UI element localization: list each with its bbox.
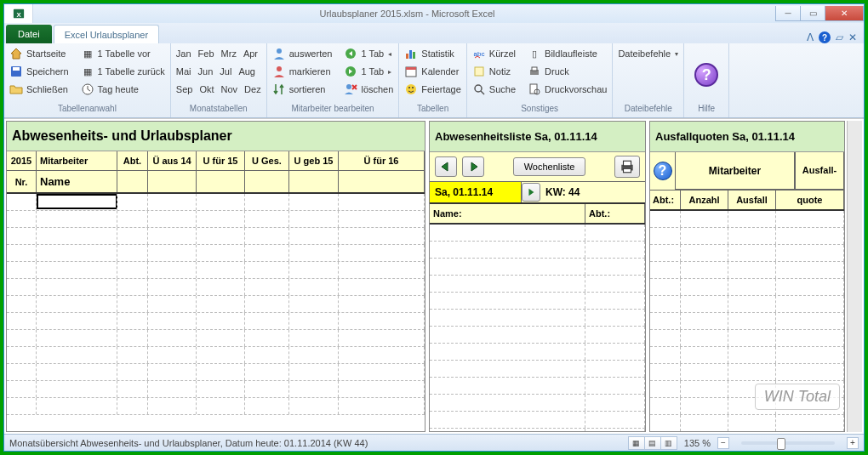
svg-rect-10	[406, 54, 408, 59]
notiz-button[interactable]: Notiz	[472, 64, 516, 79]
view-pagebreak-button[interactable]: ▥	[660, 436, 677, 450]
month-aug[interactable]: Aug	[238, 66, 255, 77]
month-mai[interactable]: Mai	[176, 66, 191, 77]
auswerten-button[interactable]: auswerten	[272, 46, 333, 61]
month-apr[interactable]: Apr	[243, 48, 258, 59]
month-jun[interactable]: Jun	[198, 66, 214, 77]
sort-icon	[272, 82, 286, 96]
month-jan[interactable]: Jan	[176, 48, 191, 59]
dateibefehle-dropdown[interactable]: Dateibefehle▾	[618, 46, 678, 61]
svg-text:X: X	[16, 11, 21, 19]
status-text: Monatsübersicht Abwesenheits- und Urlaub…	[9, 438, 368, 448]
speichern-button[interactable]: Speichern	[9, 64, 69, 79]
zoom-level: 135 %	[684, 438, 711, 448]
today-icon	[81, 82, 94, 96]
vertical-scrollbar[interactable]	[847, 121, 862, 432]
tag-heute-button[interactable]: Tag heute	[81, 82, 165, 97]
excel-icon: X	[4, 4, 33, 23]
group-hilfe: ? Hilfe	[684, 43, 729, 117]
window-restore-icon[interactable]: ▱	[836, 31, 843, 43]
tab-urlaubsplaner[interactable]: Excel Urlaubsplaner	[54, 25, 159, 43]
pane1-title: Abwesenheits- und Urlaubsplaner	[7, 122, 425, 151]
circle-right-icon	[344, 65, 357, 78]
statistik-button[interactable]: Statistik	[404, 46, 460, 61]
close-button[interactable]: ✕	[825, 6, 864, 21]
file-tab[interactable]: Datei	[6, 25, 52, 43]
group-sonstiges: abcKürzel Notiz Suche ▯Bildlaufleiste Dr…	[467, 43, 614, 117]
help-icon[interactable]: ?	[819, 31, 831, 43]
kalender-button[interactable]: Kalender	[404, 64, 460, 79]
date-next-button[interactable]	[522, 183, 540, 202]
watermark: WIN Total	[755, 384, 840, 410]
pane1-grid[interactable]	[7, 194, 425, 431]
svg-point-5	[277, 48, 282, 54]
tabelle-vor-button[interactable]: ▦1 Tabelle vor	[81, 46, 165, 61]
zoom-in-button[interactable]: +	[847, 437, 859, 449]
month-dez[interactable]: Dez	[244, 84, 261, 94]
kuerzel-button[interactable]: abcKürzel	[472, 46, 516, 61]
person-mark-icon	[272, 65, 286, 78]
month-feb[interactable]: Feb	[198, 48, 214, 59]
tab-left-button[interactable]: 1 Tab◂	[344, 46, 393, 61]
svg-rect-27	[624, 168, 631, 173]
tabelle-zurueck-button[interactable]: ▦1 Tabelle zurück	[81, 64, 165, 79]
hilfe-button[interactable]: ?	[689, 46, 723, 104]
ribbon-tabs: Datei Excel Urlaubsplaner ᐱ ? ▱ ✕	[4, 23, 864, 43]
home-icon	[9, 47, 23, 60]
month-nov[interactable]: Nov	[221, 84, 238, 94]
pane1-header-2: Nr. Name	[7, 171, 425, 194]
zoom-out-button[interactable]: −	[717, 437, 729, 449]
druck-button[interactable]: Druck	[528, 64, 607, 79]
sortieren-button[interactable]: sortieren	[272, 82, 333, 97]
date-cell: Sa, 01.11.14	[430, 182, 522, 202]
print-list-button[interactable]	[614, 156, 640, 178]
person-eval-icon	[272, 47, 286, 60]
note-icon	[472, 65, 486, 78]
svg-rect-19	[475, 67, 483, 76]
view-layout-button[interactable]: ▤	[644, 436, 661, 450]
maximize-button[interactable]: ▭	[800, 6, 825, 21]
feiertage-button[interactable]: Feiertage	[404, 82, 460, 97]
svg-rect-12	[413, 52, 415, 59]
tab-right-button[interactable]: 1 Tab▸	[344, 64, 393, 79]
svg-point-6	[277, 66, 282, 71]
pane3-title: Ausfallquoten Sa, 01.11.14	[650, 122, 844, 152]
zoom-slider[interactable]	[741, 441, 835, 445]
group-monatstabellen: Jan Feb Mrz Apr Mai Jun Jul Aug Sep Okt	[171, 43, 267, 117]
window-close-icon[interactable]: ✕	[848, 31, 857, 43]
abc-icon: abc	[472, 47, 486, 60]
svg-point-20	[475, 85, 482, 92]
question-icon: ?	[654, 162, 672, 180]
minimize-button[interactable]: ─	[775, 6, 801, 21]
loeschen-button[interactable]: löschen	[344, 82, 393, 97]
titlebar: X Urlaubsplaner 2015.xlsm - Microsoft Ex…	[4, 4, 864, 23]
druckvorschau-button[interactable]: Druckvorschau	[528, 82, 607, 97]
month-okt[interactable]: Okt	[199, 84, 214, 94]
back-icon: ▦	[81, 65, 94, 78]
pane3-help-button[interactable]: ?	[650, 152, 676, 190]
ribbon: Startseite Speichern Schließen ▦1 Tabell…	[4, 43, 864, 118]
ribbon-minimize-icon[interactable]: ᐱ	[807, 31, 814, 43]
pane3-header: Abt.: Anzahl Ausfall quote	[650, 191, 844, 211]
svg-text:abc: abc	[473, 50, 484, 58]
smiley-icon	[404, 82, 418, 96]
calendar-icon	[404, 65, 418, 78]
month-mrz[interactable]: Mrz	[221, 48, 237, 59]
bildlaufleiste-button[interactable]: ▯Bildlaufleiste	[528, 46, 607, 61]
folder-icon	[9, 82, 23, 96]
next-button[interactable]	[462, 156, 484, 177]
kw-cell: KW: 44	[540, 182, 645, 202]
month-sep[interactable]: Sep	[176, 84, 193, 94]
prev-button[interactable]	[435, 156, 457, 177]
view-normal-button[interactable]: ▦	[628, 436, 645, 450]
group-tabellenanwahl: Startseite Speichern Schließen ▦1 Tabell…	[4, 43, 171, 117]
svg-rect-11	[409, 50, 412, 59]
circle-left-icon	[344, 47, 357, 60]
month-jul[interactable]: Jul	[220, 66, 231, 77]
wochenliste-button[interactable]: Wochenliste	[513, 157, 586, 176]
schliessen-button[interactable]: Schließen	[9, 82, 69, 97]
startseite-button[interactable]: Startseite	[9, 46, 69, 61]
pane2-grid[interactable]	[430, 225, 645, 431]
markieren-button[interactable]: markieren	[272, 64, 333, 79]
suche-button[interactable]: Suche	[472, 82, 516, 97]
